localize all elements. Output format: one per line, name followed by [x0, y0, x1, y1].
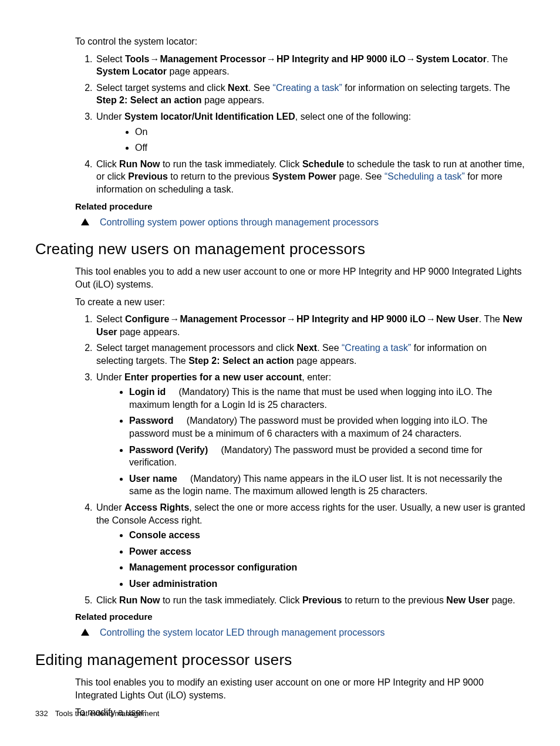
step-3: Under Enter properties for a new user ac…: [95, 371, 526, 498]
property-password-verify: Password (Verify) (Mandatory) The passwo…: [129, 444, 526, 469]
step-2: Select target systems and click Next. Se…: [95, 82, 526, 107]
section2-lead: To create a new user:: [75, 296, 526, 309]
step-1: Select Configure→Management Processor→HP…: [95, 313, 526, 338]
related-item: Controlling the system locator LED throu…: [75, 626, 526, 639]
property-login-id: Login id (Mandatory) This is the name th…: [129, 386, 526, 411]
content-block: To control the system locator: Select To…: [75, 35, 526, 719]
page-number: 332: [35, 709, 48, 718]
option-list: On Off: [96, 126, 526, 154]
access-console: Console access: [129, 529, 526, 542]
step-2: Select target management processors and …: [95, 342, 526, 367]
page-footer: 332Tools that extend management: [35, 708, 159, 719]
page: To control the system locator: Select To…: [0, 0, 560, 746]
related-procedure-heading: Related procedure: [75, 201, 526, 212]
related-item: Controlling system power options through…: [75, 216, 526, 229]
procedure-list-2: Select Configure→Management Processor→HP…: [75, 313, 526, 606]
footer-title: Tools that extend management: [55, 709, 160, 718]
section3-intro: This tool enables you to modify an exist…: [75, 676, 526, 701]
link-controlling-system-power[interactable]: Controlling system power options through…: [100, 216, 379, 229]
link-creating-a-task[interactable]: “Creating a task”: [273, 83, 342, 93]
step-4: Click Run Now to run the task immediatel…: [95, 158, 526, 196]
access-rights-list: Console access Power access Management p…: [96, 529, 526, 590]
step-4: Under Access Rights, select the one or m…: [95, 501, 526, 590]
property-password: Password (Mandatory) The password must b…: [129, 414, 526, 440]
access-mp-config: Management processor configuration: [129, 561, 526, 574]
option-off: Off: [135, 141, 526, 154]
access-power: Power access: [129, 545, 526, 558]
option-on: On: [135, 126, 526, 139]
procedure-list-1: Select Tools→Management Processor→HP Int…: [75, 53, 526, 196]
link-scheduling-a-task[interactable]: “Scheduling a task”: [384, 171, 465, 181]
section-heading-editing-users: Editing management processor users: [35, 650, 526, 670]
section2-intro: This tool enables you to add a new user …: [75, 265, 526, 291]
triangle-up-icon: [81, 218, 89, 225]
intro-text: To control the system locator:: [75, 35, 526, 48]
property-user-name: User name (Mandatory) This name appears …: [129, 472, 526, 498]
section-heading-creating-users: Creating new users on management process…: [35, 239, 526, 259]
property-list: Login id (Mandatory) This is the name th…: [96, 386, 526, 498]
link-creating-a-task[interactable]: “Creating a task”: [342, 343, 411, 353]
related-procedure-heading: Related procedure: [75, 611, 526, 623]
link-controlling-system-locator-led[interactable]: Controlling the system locator LED throu…: [100, 626, 385, 639]
step-1: Select Tools→Management Processor→HP Int…: [95, 53, 526, 78]
access-user-admin: User administration: [129, 578, 526, 590]
triangle-up-icon: [81, 629, 89, 636]
step-3: Under System locator/Unit Identification…: [95, 110, 526, 154]
step-5: Click Run Now to run the task immediatel…: [95, 594, 526, 607]
